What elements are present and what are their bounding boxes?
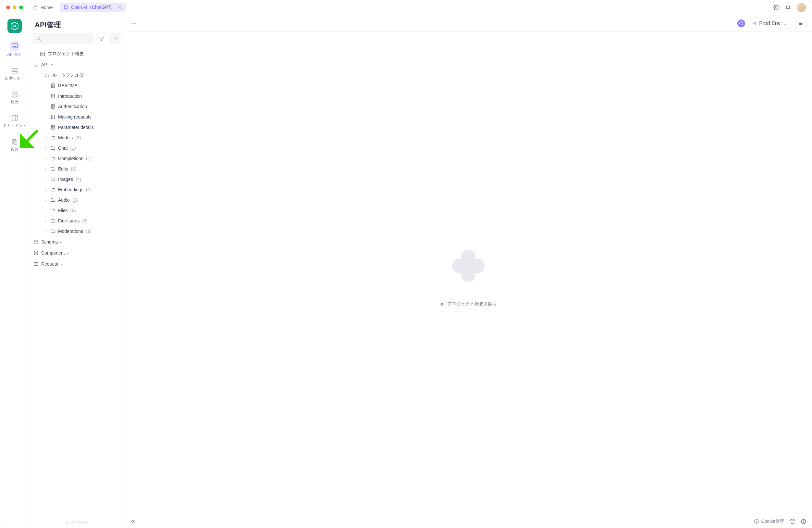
svg-rect-4 xyxy=(12,44,17,48)
main-area: ⋯ Pr Prod Env ⌄ xyxy=(125,15,812,528)
doc-row[interactable]: Parameter details xyxy=(31,122,123,132)
folder-row[interactable]: ›Chat (1) xyxy=(31,143,123,153)
doc-row[interactable]: Introduction xyxy=(31,91,123,101)
doc-label: Parameter details xyxy=(58,125,94,130)
folder-icon xyxy=(50,166,56,171)
folder-count: (6) xyxy=(82,218,88,224)
api-section[interactable]: API ▾ xyxy=(31,59,123,70)
schema-section[interactable]: Schema ▸ xyxy=(31,237,123,247)
collapse-sidebar-button[interactable] xyxy=(130,518,136,525)
rail-item-docs[interactable]: ドキュメント xyxy=(0,113,29,130)
folder-row[interactable]: ›Embeddings (1) xyxy=(31,184,123,195)
svg-point-3 xyxy=(14,25,16,27)
root-folder-label: ルートフォルダー xyxy=(52,72,89,78)
brand-label: APIDOG xyxy=(71,520,88,525)
folder-row[interactable]: ›Completions (1) xyxy=(31,153,123,164)
doc-row[interactable]: Authentication xyxy=(31,101,123,112)
rail-item-label: 複製 xyxy=(11,147,18,152)
doc-row[interactable]: Making requests xyxy=(31,112,123,122)
component-section[interactable]: Component ▸ xyxy=(31,247,123,258)
folder-row[interactable]: ›Fine-tunes (6) xyxy=(31,216,123,226)
svg-point-21 xyxy=(756,521,756,521)
doc-row[interactable]: README xyxy=(31,81,123,91)
folder-row[interactable]: ›Audio (2) xyxy=(31,195,123,205)
close-window-button[interactable] xyxy=(6,5,10,10)
minimize-window-button[interactable] xyxy=(13,5,17,10)
markdown-icon xyxy=(50,125,56,130)
folder-row[interactable]: ›Models (2) xyxy=(31,132,123,143)
plus-icon xyxy=(113,36,118,41)
api-icon xyxy=(10,41,19,51)
filter-button[interactable] xyxy=(96,33,107,44)
api-section-label: API xyxy=(41,62,49,67)
maximize-window-button[interactable] xyxy=(19,5,23,10)
chevron-right-icon: › xyxy=(43,177,48,181)
rail-item-history[interactable]: 履歴 xyxy=(0,89,29,107)
brand-footer: ✳ APIDOG xyxy=(29,518,125,528)
folder-icon xyxy=(50,197,56,203)
fullscreen-icon xyxy=(439,301,445,306)
rail-item-autotest[interactable]: 自動テスト xyxy=(0,65,29,83)
rail-item-label: 自動テスト xyxy=(5,76,24,81)
empty-state-icon xyxy=(443,240,494,292)
cookie-icon xyxy=(754,519,759,524)
folder-count: (1) xyxy=(70,145,76,151)
root-folder-row[interactable]: ルートフォルダー xyxy=(31,70,123,81)
folder-row[interactable]: ›Edits (1) xyxy=(31,164,123,174)
chevron-right-icon: › xyxy=(43,136,48,140)
markdown-icon xyxy=(50,114,56,119)
settings-icon[interactable] xyxy=(773,4,779,10)
folder-label: Images xyxy=(58,177,73,182)
caret-right-icon: ▸ xyxy=(60,240,62,244)
svg-point-23 xyxy=(756,522,756,522)
folder-icon xyxy=(50,145,56,151)
home-tab[interactable]: Home xyxy=(29,3,57,12)
autotest-icon xyxy=(11,67,18,74)
request-section[interactable]: Request ▸ xyxy=(31,258,123,270)
project-logo[interactable] xyxy=(8,19,22,33)
bell-icon[interactable] xyxy=(785,4,791,10)
close-tab-button[interactable]: ✕ xyxy=(118,5,122,10)
rail-item-clone[interactable]: 複製 xyxy=(0,137,29,154)
svg-rect-5 xyxy=(12,69,17,70)
user-avatar[interactable] xyxy=(797,3,806,12)
folder-row[interactable]: ›Files (6) xyxy=(31,205,123,216)
chevron-down-icon: ⌄ xyxy=(783,20,787,26)
help-icon[interactable] xyxy=(801,518,807,525)
svg-rect-9 xyxy=(12,140,16,143)
folder-count: (1) xyxy=(86,156,91,161)
environment-selector[interactable]: Pr Prod Env ⌄ xyxy=(749,17,791,29)
layers-icon xyxy=(33,251,39,256)
open-overview-button[interactable]: プロジェクト概要を開く xyxy=(439,301,497,307)
folder-label: Edits xyxy=(58,166,68,171)
project-tab-icon xyxy=(63,5,68,10)
rail-item-api[interactable]: API管理 xyxy=(0,39,29,59)
schema-label: Schema xyxy=(41,239,58,244)
cookie-management-button[interactable]: Cookie管理 xyxy=(754,518,784,525)
chevron-right-icon: › xyxy=(43,146,48,150)
folder-icon xyxy=(50,229,56,234)
folder-row[interactable]: ›Moderations (1) xyxy=(31,226,123,237)
search-input[interactable] xyxy=(33,33,93,44)
chevron-right-icon: › xyxy=(43,229,48,233)
folder-row[interactable]: ›Images (4) xyxy=(31,174,123,184)
env-prefix: Pr xyxy=(753,21,757,26)
add-button[interactable] xyxy=(110,33,121,44)
left-rail: API管理 自動テスト 履歴 ドキュメント xyxy=(0,15,29,528)
folder-icon xyxy=(50,208,56,213)
svg-rect-8 xyxy=(13,141,17,144)
caret-down-icon: ▾ xyxy=(51,63,53,67)
book-icon xyxy=(11,115,18,122)
shirt-icon[interactable] xyxy=(789,518,795,525)
folder-icon xyxy=(50,177,56,182)
folder-count: (2) xyxy=(75,135,81,140)
chevron-right-icon: › xyxy=(43,188,48,191)
project-overview-row[interactable]: プロジェクト概要 xyxy=(31,49,123,59)
svg-point-22 xyxy=(757,522,757,522)
env-badge-icon[interactable] xyxy=(737,19,745,27)
project-tab[interactable]: Open AI（ChatGPT） ✕ xyxy=(60,3,126,12)
more-icon[interactable]: ⋯ xyxy=(130,19,137,27)
send-icon xyxy=(33,261,39,267)
svg-point-20 xyxy=(755,519,758,524)
menu-button[interactable] xyxy=(795,17,807,29)
